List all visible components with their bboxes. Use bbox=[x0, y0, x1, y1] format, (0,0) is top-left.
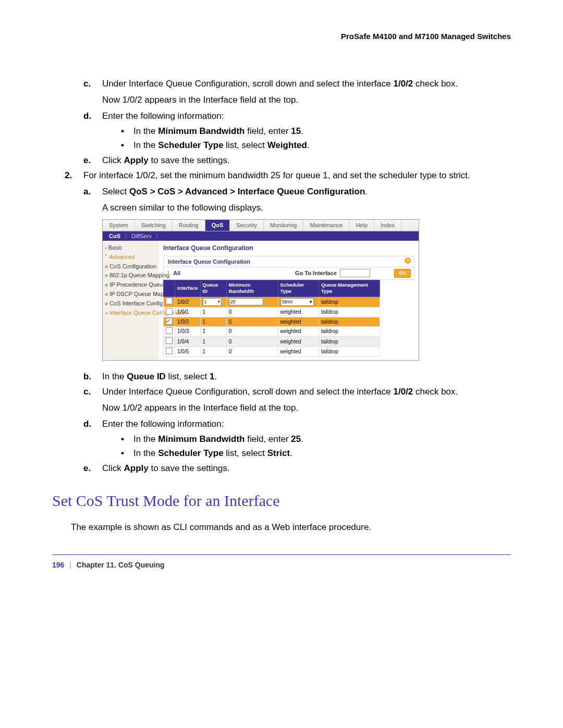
cell-scheduler: weighted bbox=[278, 347, 319, 357]
doc-header: ProSafe M4100 and M7100 Managed Switches bbox=[52, 31, 511, 42]
sidebar-item[interactable]: › Basic bbox=[105, 243, 157, 252]
cell-queue-id: 1 bbox=[200, 317, 226, 327]
step-2c: c. Under Interface Queue Configuration, … bbox=[83, 386, 511, 414]
d2-bullet1: •In the Minimum Bandwidth field, enter 2… bbox=[121, 434, 511, 446]
column-header: Scheduler Type bbox=[278, 280, 319, 297]
cell-scheduler: weighted bbox=[278, 317, 319, 327]
go-button[interactable]: GO bbox=[394, 269, 411, 277]
tab-system[interactable]: System bbox=[103, 220, 135, 231]
step-2c-follow: Now 1/0/2 appears in the Interface field… bbox=[102, 402, 511, 414]
step-e1: e. Click Apply to save the settings. bbox=[83, 155, 511, 167]
tab-qos[interactable]: QoS bbox=[205, 220, 230, 231]
table-row: 1/0/210weightedtaildrop bbox=[164, 317, 380, 327]
cell-qmgmt: taildrop bbox=[319, 317, 380, 327]
tab-security[interactable]: Security bbox=[230, 220, 264, 231]
cell-min-bandwidth: 0 bbox=[226, 337, 278, 347]
goto-interface-input[interactable] bbox=[340, 269, 370, 277]
row-checkbox[interactable] bbox=[166, 337, 173, 344]
step-2a-follow: A screen similar to the following displa… bbox=[102, 202, 511, 214]
scheduler-select[interactable]: Strict▾ bbox=[280, 298, 314, 306]
interface-queue-table: InterfaceQueue IDMinimum BandwidthSchedu… bbox=[163, 280, 380, 357]
cell-qmgmt: taildrop bbox=[319, 337, 380, 347]
cell-qmgmt: taildrop bbox=[319, 326, 380, 337]
d1-bullet1: •In the Minimum Bandwidth field, enter 1… bbox=[121, 126, 511, 138]
cell-queue-id: 1 bbox=[200, 326, 226, 337]
chapter-label: Chapter 11. CoS Queuing bbox=[77, 561, 165, 569]
row-checkbox[interactable] bbox=[166, 327, 173, 334]
queue-id-select[interactable]: 1▾ bbox=[203, 298, 222, 306]
table-row: 1/0/21▾25Strict▾taildrop bbox=[164, 297, 380, 307]
tab-routing[interactable]: Routing bbox=[173, 220, 205, 231]
step-2a: a. Select QoS > CoS > Advanced > Interfa… bbox=[83, 186, 511, 361]
min-bandwidth-input[interactable]: 25 bbox=[229, 298, 263, 305]
step-2: 2. For interface 1/0/2, set the minimum … bbox=[65, 170, 511, 475]
cell-min-bandwidth: 0 bbox=[226, 307, 278, 317]
cell-min-bandwidth: 0 bbox=[226, 326, 278, 337]
table-row: 1/0/310weightedtaildrop bbox=[164, 326, 380, 337]
section-heading: Set CoS Trust Mode for an Interface bbox=[52, 490, 511, 512]
subtab-diffserv[interactable]: DiffServ bbox=[128, 232, 155, 240]
step-2b: b. In the Queue ID list, select 1. bbox=[83, 371, 511, 383]
row-checkbox[interactable] bbox=[166, 318, 173, 325]
column-header bbox=[164, 280, 175, 297]
step-d1: d. Enter the following information: •In … bbox=[83, 110, 511, 152]
tab-monitoring[interactable]: Monitoring bbox=[264, 220, 303, 231]
panel-title: Interface Queue Configuration bbox=[163, 244, 414, 252]
sidebar-item[interactable]: » 802.1p Queue Mapping bbox=[105, 271, 157, 280]
sidebar-item[interactable]: » CoS Configuration bbox=[105, 262, 157, 271]
step-2d: d. Enter the following information: •In … bbox=[83, 418, 511, 460]
cell-queue-id: 1 bbox=[200, 307, 226, 317]
sidebar-item[interactable]: » IP Precedence Queue Mapping bbox=[105, 280, 157, 290]
sidebar-item[interactable]: » IP DSCP Queue Mapping bbox=[105, 290, 157, 299]
cell-scheduler: weighted bbox=[278, 337, 319, 347]
tab-help[interactable]: Help bbox=[349, 220, 374, 231]
filter-all-link[interactable]: All bbox=[173, 269, 180, 277]
panel-subtitle: Interface Queue Configuration ? bbox=[163, 256, 414, 268]
column-header: Queue ID bbox=[200, 280, 226, 297]
sidebar-item[interactable]: » CoS Interface Configuartion bbox=[105, 299, 157, 308]
cell-scheduler[interactable]: Strict▾ bbox=[278, 297, 319, 307]
cell-scheduler: weighted bbox=[278, 307, 319, 317]
cell-qmgmt: taildrop bbox=[319, 297, 380, 307]
filter-num[interactable]: 1 bbox=[167, 269, 170, 277]
cell-interface: 1/0/4 bbox=[175, 337, 201, 347]
cell-queue-id: 1 bbox=[200, 347, 226, 357]
goto-interface-label: Go To Interface bbox=[295, 269, 337, 277]
row-checkbox[interactable] bbox=[166, 308, 173, 315]
cell-interface: 1/0/3 bbox=[175, 326, 201, 337]
heading-follow: The example is shown as CLI commands and… bbox=[71, 522, 511, 534]
step-c1: c. Under Interface Queue Configuration, … bbox=[83, 78, 511, 106]
tab-index[interactable]: Index bbox=[374, 220, 401, 231]
d1-bullet2: •In the Scheduler Type list, select Weig… bbox=[121, 140, 511, 152]
table-row: 1/0/410weightedtaildrop bbox=[164, 337, 380, 347]
cell-queue-id: 1 bbox=[200, 337, 226, 347]
tab-switching[interactable]: Switching bbox=[135, 220, 173, 231]
row-checkbox[interactable] bbox=[166, 298, 173, 304]
cell-interface: 1/0/1 bbox=[175, 307, 201, 317]
tab-maintenance[interactable]: Maintenance bbox=[303, 220, 349, 231]
d2-bullet2: •In the Scheduler Type list, select Stri… bbox=[121, 448, 511, 460]
sidebar-item[interactable]: » Interface Queue Configuration bbox=[105, 308, 157, 317]
cell-queue-id[interactable]: 1▾ bbox=[200, 297, 226, 307]
subtab-cos[interactable]: CoS bbox=[106, 232, 124, 240]
step-2e: e. Click Apply to save the settings. bbox=[83, 463, 511, 475]
sidebar-item[interactable]: ˅ Advanced bbox=[105, 252, 157, 262]
help-icon[interactable]: ? bbox=[405, 257, 411, 264]
cell-scheduler: weighted bbox=[278, 326, 319, 337]
cell-qmgmt: taildrop bbox=[319, 347, 380, 357]
cell-interface: 1/0/2 bbox=[175, 297, 201, 307]
filter-row: 1 All Go To Interface GO bbox=[163, 267, 414, 279]
table-row: 1/0/510weightedtaildrop bbox=[164, 347, 380, 357]
cell-min-bandwidth[interactable]: 25 bbox=[226, 297, 278, 307]
column-header: Interface bbox=[175, 280, 201, 297]
column-header: Minimum Bandwidth bbox=[226, 280, 278, 297]
cell-min-bandwidth: 0 bbox=[226, 317, 278, 327]
row-checkbox[interactable] bbox=[166, 348, 173, 354]
page-number: 196 bbox=[52, 561, 64, 569]
footer-rule bbox=[52, 554, 511, 555]
cell-interface: 1/0/2 bbox=[175, 317, 201, 327]
step-c1-follow: Now 1/0/2 appears in the Interface field… bbox=[102, 94, 511, 106]
table-row: 1/0/110weightedtaildrop bbox=[164, 307, 380, 317]
cell-interface: 1/0/5 bbox=[175, 347, 201, 357]
column-header: Queue Management Type bbox=[319, 280, 380, 297]
